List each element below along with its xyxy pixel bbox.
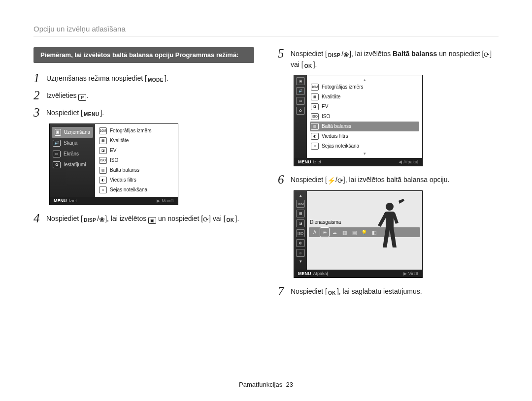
step-3: 3 Nospiediet [MENU]. <box>33 106 254 119</box>
lcd2-item: ▦Kvalitāte <box>310 92 419 102</box>
lcd2-icon-strip: ▣ 🔊 ▭ ✿ <box>294 75 307 158</box>
step-2: 2 Izvēlieties P. <box>33 89 254 101</box>
wb-tungsten-icon: 💡 <box>360 229 368 236</box>
lcd2-item-selected: ▥Baltā balanss <box>310 122 419 131</box>
disp-button-label: DISP <box>83 217 97 224</box>
step-text: Nospiediet [ <box>291 176 327 184</box>
macro-icon: ❀ <box>343 50 349 60</box>
lcd1-left-item: 🔊Skaņa <box>50 138 95 149</box>
timer-icon: ⟳ <box>484 50 490 60</box>
camera-icon: ▣ <box>148 217 156 224</box>
wb-fluorescent-l-icon: ▤ <box>350 229 358 236</box>
wb-cloudy-icon: ☁ <box>331 229 338 236</box>
ok-button-label: OK <box>303 63 313 70</box>
step-number: 1 <box>33 72 46 84</box>
lcd1-foot-right: ▶Mainīt <box>157 198 174 203</box>
step-5: 5 Nospiediet [DISP/❀], lai izvēlētos Bal… <box>278 47 499 70</box>
page-footer: Pamatfunkcijas 23 <box>0 381 532 388</box>
step-number: 6 <box>278 173 291 185</box>
wb-auto-icon: A <box>311 229 319 236</box>
ok-button-label: OK <box>327 290 337 297</box>
lcd1-left-item: ✿Iestatījumi <box>50 159 95 170</box>
lcd1-right-item: ISOISO <box>98 155 175 165</box>
step-text: un nospiediet [ <box>437 50 484 58</box>
step-text: ], lai izvēlētos <box>105 215 148 222</box>
lcd3-foot-left: MENUAtpakaļ <box>298 271 328 276</box>
lcd2-item: 16MFotogrāfijas izmērs <box>310 82 419 92</box>
timer-icon: ⟳ <box>337 176 343 186</box>
step-text: Nospiediet [ <box>46 109 83 117</box>
lcd1-right-item: ☺Sejas noteikšana <box>98 185 175 195</box>
lcd2-item: ◐Viedais filtrs <box>310 131 419 141</box>
lcd1-right-item: ◐Viedais filtrs <box>98 175 175 185</box>
example-banner: Piemēram, lai izvēlētos baltā balansa op… <box>33 47 254 63</box>
left-column: Piemēram, lai izvēlētos baltā balansa op… <box>33 47 254 302</box>
step-text: un nospiediet [ <box>156 215 203 222</box>
lcd2-item: ISOISO <box>310 112 419 122</box>
camera-p-icon: P <box>78 94 86 101</box>
step-number: 2 <box>33 89 46 101</box>
flash-icon: ⚡ <box>327 176 335 186</box>
step-text: ]. <box>235 215 239 222</box>
sound-icon: 🔊 <box>53 140 61 147</box>
step-1: 1 Uzņemšanas režīmā nospiediet [MODE]. <box>33 72 254 84</box>
step-text: ], lai izvēlētos baltā balansa opciju. <box>343 176 450 184</box>
lcd2-foot-right: ◀Atpakaļ <box>399 159 418 164</box>
lcd3-icon-strip: ▴ 16M ▦ ◪ ISO ◐ ☺ ▾ <box>294 191 307 270</box>
lcd3-foot-right: ▶Virzīt <box>403 271 418 276</box>
display-icon: ▭ <box>53 151 61 157</box>
person-silhouette-icon <box>373 198 407 257</box>
ok-button-label: OK <box>226 217 235 224</box>
lcd2-item: ☺Sejas noteikšana <box>310 141 419 151</box>
lcd1-left-item: ▣Uzņemšana <box>52 127 93 138</box>
step-text: Uzņemšanas režīmā nospiediet [ <box>46 74 147 82</box>
wb-fluorescent-h-icon: ▥ <box>340 229 348 236</box>
lcd-screenshot-1: ▣Uzņemšana 🔊Skaņa ▭Ekrāns ✿Iestatījumi 1… <box>49 123 178 205</box>
step-number: 7 <box>278 285 291 297</box>
sound-icon: 🔊 <box>296 87 305 95</box>
step-text: ]. <box>313 61 317 68</box>
step-text: Nospiediet [ <box>291 287 327 295</box>
lcd1-left-list: ▣Uzņemšana 🔊Skaņa ▭Ekrāns ✿Iestatījumi <box>50 124 95 197</box>
gear-icon: ✿ <box>296 107 305 115</box>
wb-daylight-icon: ☀ <box>321 229 329 236</box>
lcd1-right-item: ▦Kvalitāte <box>98 136 175 146</box>
menu-button-label: MENU <box>83 111 100 118</box>
lcd1-right-list: 16MFotogrāfijas izmērs ▦Kvalitāte ◪EV IS… <box>95 124 178 197</box>
step-text: Nospiediet [ <box>46 215 83 222</box>
step-number: 3 <box>33 106 46 119</box>
lcd2-item: ◪EV <box>310 102 419 112</box>
lcd2-foot-left: MENUIziet <box>298 159 321 164</box>
display-icon: ▭ <box>296 97 305 105</box>
camera-icon: ▣ <box>296 77 305 85</box>
lcd1-right-item: ◪EV <box>98 146 175 155</box>
step-text: ]. <box>100 109 104 117</box>
step-text: . <box>86 92 88 99</box>
step-text: Izvēlieties <box>46 92 78 99</box>
mode-button-label: MODE <box>147 77 165 84</box>
step-text: ] vai [ <box>209 215 225 222</box>
lcd-screenshot-2: ▣ 🔊 ▭ ✿ ▴ 16MFotogrāfijas izmērs ▦Kvalit… <box>294 75 423 166</box>
step-number: 5 <box>278 47 291 60</box>
step-7: 7 Nospiediet [OK], lai saglabātu iestatī… <box>278 285 499 297</box>
lcd1-foot-left: MENUIziet <box>54 198 77 203</box>
lcd-screenshot-3: ▴ 16M ▦ ◪ ISO ◐ ☺ ▾ Dienasgaisma A ☀ <box>294 190 423 278</box>
lcd3-selected-label: Dienasgaisma <box>310 219 341 225</box>
macro-icon: ❀ <box>99 215 105 225</box>
lcd1-right-item: 16MFotogrāfijas izmērs <box>98 126 175 136</box>
disp-button-label: DISP <box>327 52 341 59</box>
page-title: Opciju un izvēlņu atlasīšana <box>33 25 499 36</box>
right-column: 5 Nospiediet [DISP/❀], lai izvēlētos Bal… <box>278 47 499 302</box>
lcd1-right-item: ▥Baltā balanss <box>98 165 175 175</box>
lcd2-right-list: ▴ 16MFotogrāfijas izmērs ▦Kvalitāte ◪EV … <box>307 75 422 158</box>
camera-icon: ▣ <box>55 129 61 136</box>
step-6: 6 Nospiediet [⚡/⟳], lai izvēlētos baltā … <box>278 173 499 186</box>
step-number: 4 <box>33 212 46 224</box>
step-text: Nospiediet [ <box>291 50 327 58</box>
lcd1-left-item: ▭Ekrāns <box>50 149 95 159</box>
step-text: ]. <box>165 74 168 82</box>
step-bold: Baltā balanss <box>393 50 437 58</box>
timer-icon: ⟳ <box>203 215 209 225</box>
gear-icon: ✿ <box>53 161 61 168</box>
step-text: ], lai izvēlētos <box>349 50 393 58</box>
